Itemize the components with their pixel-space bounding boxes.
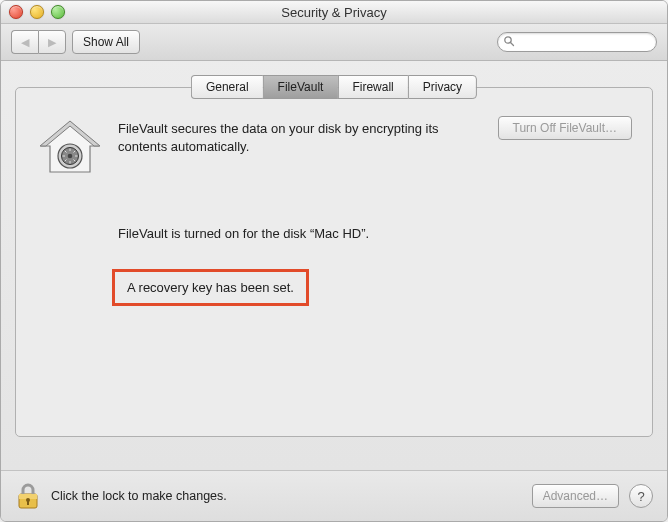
tab-general[interactable]: General	[191, 75, 263, 99]
footer-bar: Click the lock to make changes. Advanced…	[1, 470, 667, 521]
toolbar: ◀ ▶ Show All	[1, 24, 667, 61]
tab-privacy[interactable]: Privacy	[408, 75, 477, 99]
help-button[interactable]: ?	[629, 484, 653, 508]
turn-off-filevault-button[interactable]: Turn Off FileVault…	[498, 116, 632, 140]
search-input[interactable]	[497, 32, 657, 52]
recovery-key-status: A recovery key has been set.	[112, 269, 309, 306]
filevault-header-row: FileVault secures the data on your disk …	[36, 116, 632, 176]
chevron-left-icon: ◀	[21, 36, 29, 49]
tab-pane-wrap: General FileVault Firewall Privacy	[15, 75, 653, 437]
lock-text: Click the lock to make changes.	[51, 489, 227, 503]
tabs: General FileVault Firewall Privacy	[191, 75, 477, 99]
lock-area[interactable]: Click the lock to make changes.	[15, 481, 522, 511]
filevault-description: FileVault secures the data on your disk …	[118, 116, 466, 155]
window-title: Security & Privacy	[1, 5, 667, 20]
lock-icon	[15, 481, 41, 511]
chevron-right-icon: ▶	[48, 36, 56, 49]
filevault-icon	[38, 118, 102, 176]
titlebar: Security & Privacy	[1, 1, 667, 24]
content-area: General FileVault Firewall Privacy	[1, 61, 667, 470]
minimize-icon[interactable]	[30, 5, 44, 19]
preferences-window: Security & Privacy ◀ ▶ Show All	[0, 0, 668, 522]
zoom-icon[interactable]	[51, 5, 65, 19]
traffic-lights	[1, 5, 65, 19]
close-icon[interactable]	[9, 5, 23, 19]
tab-filevault[interactable]: FileVault	[263, 75, 338, 99]
forward-button[interactable]: ▶	[38, 30, 66, 54]
advanced-button[interactable]: Advanced…	[532, 484, 619, 508]
show-all-button[interactable]: Show All	[72, 30, 140, 54]
filevault-status: FileVault is turned on for the disk “Mac…	[118, 226, 632, 241]
tab-firewall[interactable]: Firewall	[337, 75, 407, 99]
svg-point-14	[68, 154, 73, 159]
filevault-panel: FileVault secures the data on your disk …	[15, 87, 653, 437]
back-button[interactable]: ◀	[11, 30, 38, 54]
nav-segmented: ◀ ▶	[11, 30, 66, 54]
help-icon: ?	[637, 489, 644, 504]
svg-rect-18	[27, 500, 29, 505]
search-field[interactable]	[497, 32, 657, 52]
